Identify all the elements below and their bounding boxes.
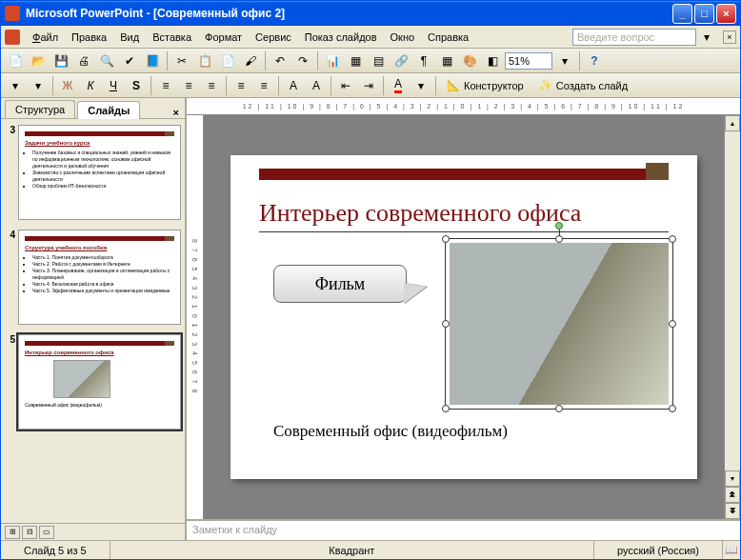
font-dropdown[interactable]: ▾ — [5, 75, 26, 96]
numbering-button[interactable]: ≡ — [230, 75, 251, 96]
increase-indent-button[interactable]: ⇥ — [358, 75, 379, 96]
panel-close-button[interactable]: × — [173, 107, 179, 118]
resize-handle-tc[interactable] — [555, 235, 563, 243]
scroll-track[interactable] — [725, 131, 740, 470]
help-button[interactable]: ? — [584, 50, 605, 71]
vertical-ruler[interactable]: 8 7 6 5 4 3 2 1 0 1 2 3 4 5 6 7 8 — [187, 115, 204, 519]
menu-format[interactable]: Формат — [198, 30, 249, 45]
decrease-font-button[interactable]: A — [306, 75, 327, 96]
resize-handle-mr[interactable] — [669, 320, 676, 328]
paste-button[interactable]: 📄 — [217, 50, 238, 71]
show-grid-button[interactable]: ▦ — [436, 50, 457, 71]
minimize-button[interactable]: _ — [672, 4, 692, 24]
maximize-button[interactable]: □ — [694, 4, 714, 24]
status-spellcheck-icon[interactable]: 📖 — [723, 541, 740, 559]
powerpoint-icon[interactable] — [5, 30, 20, 45]
color-button[interactable]: 🎨 — [459, 50, 480, 71]
slide-title[interactable]: Интерьер современного офиса — [259, 199, 669, 228]
menu-edit[interactable]: Правка — [65, 30, 113, 45]
menu-slideshow[interactable]: Показ слайдов — [298, 30, 384, 45]
thumb-number: 5 — [5, 334, 18, 430]
bullets-button[interactable]: ≡ — [253, 75, 274, 96]
align-center-button[interactable]: ≡ — [178, 75, 199, 96]
hyperlink-button[interactable]: 🔗 — [391, 50, 411, 71]
menu-insert[interactable]: Вставка — [146, 30, 198, 45]
menu-window[interactable]: Окно — [384, 30, 422, 45]
font-color-dropdown[interactable]: ▾ — [411, 75, 431, 96]
increase-font-button[interactable]: A — [283, 75, 304, 96]
research-button[interactable]: 📘 — [142, 50, 163, 71]
zoom-input[interactable]: 51% — [505, 52, 552, 70]
resize-handle-bl[interactable] — [442, 405, 450, 412]
thumb-video-preview — [53, 360, 110, 398]
redo-button[interactable]: ↷ — [292, 50, 313, 71]
undo-button[interactable]: ↶ — [270, 50, 290, 71]
status-template: Квадрант — [110, 541, 594, 559]
rotate-handle[interactable] — [555, 222, 563, 230]
slide-canvas[interactable]: Интерьер современного офиса Фильм — [204, 115, 724, 519]
open-button[interactable]: 📂 — [28, 50, 49, 71]
statusbar: Слайд 5 из 5 Квадрант русский (Россия) 📖 — [1, 540, 740, 559]
callout-shape[interactable]: Фильм — [273, 265, 407, 303]
resize-handle-tl[interactable] — [442, 235, 450, 243]
menu-help[interactable]: Справка — [421, 30, 475, 45]
spelling-button[interactable]: ✔ — [119, 50, 140, 71]
menu-tools[interactable]: Сервис — [249, 30, 298, 45]
expand-all-button[interactable]: ¶ — [413, 50, 434, 71]
bold-button[interactable]: Ж — [57, 75, 78, 96]
grayscale-button[interactable]: ◧ — [482, 50, 503, 71]
size-dropdown[interactable]: ▾ — [28, 75, 49, 96]
new-button[interactable]: 📄 — [5, 50, 26, 71]
scroll-down-button[interactable]: ▾ — [725, 470, 740, 487]
document-close-button[interactable]: × — [723, 30, 736, 44]
save-button[interactable]: 💾 — [50, 50, 71, 71]
scroll-up-button[interactable]: ▴ — [725, 115, 740, 131]
next-slide-button[interactable]: ⯯ — [725, 503, 740, 519]
titlebar: Microsoft PowerPoint - [Современный офис… — [1, 1, 740, 26]
print-preview-button[interactable]: 🔍 — [96, 50, 117, 71]
question-dropdown[interactable]: ▾ — [696, 27, 717, 48]
resize-handle-tr[interactable] — [669, 235, 676, 243]
resize-handle-br[interactable] — [669, 405, 676, 412]
table-button[interactable]: ▦ — [345, 50, 366, 71]
status-language[interactable]: русский (Россия) — [594, 541, 723, 559]
sorter-view-button[interactable]: ⊟ — [22, 526, 37, 539]
selection-frame[interactable] — [445, 238, 673, 410]
thumbnail-item[interactable]: 4 Структура учебного пособия Часть 1. По… — [5, 230, 181, 325]
horizontal-ruler[interactable]: 12 | 11 | 10 | 9 | 8 | 7 | 6 | 5 | 4 | 3… — [187, 98, 740, 115]
font-color-button[interactable]: A — [388, 75, 409, 96]
thumbnail-item[interactable]: 5 Интерьер современного офиса Современны… — [5, 334, 181, 430]
menu-file[interactable]: ФФайлайл — [26, 30, 65, 45]
cut-button[interactable]: ✂ — [171, 50, 192, 71]
align-left-button[interactable]: ≡ — [155, 75, 176, 96]
help-question-input[interactable]: Введите вопрос — [572, 29, 696, 46]
normal-view-button[interactable]: ⊞ — [5, 526, 20, 539]
new-slide-button[interactable]: ✨ Создать слайд — [532, 75, 634, 96]
italic-button[interactable]: К — [80, 75, 101, 96]
decrease-indent-button[interactable]: ⇤ — [335, 75, 356, 96]
slide-caption[interactable]: Современный офис (видеофильм) — [273, 422, 508, 441]
thumbnail-item[interactable]: 3 Задачи учебного курса Получение базовы… — [5, 125, 181, 220]
menu-view[interactable]: Вид — [113, 30, 146, 45]
tab-structure[interactable]: Структура — [5, 100, 75, 118]
view-buttons: ⊞ ⊟ ▭ — [1, 523, 185, 540]
underline-button[interactable]: Ч — [103, 75, 124, 96]
align-right-button[interactable]: ≡ — [201, 75, 222, 96]
tab-slides[interactable]: Слайды — [77, 101, 140, 119]
resize-handle-ml[interactable] — [442, 320, 450, 328]
prev-slide-button[interactable]: ⯭ — [725, 487, 740, 503]
notes-pane[interactable]: Заметки к слайду — [187, 519, 740, 540]
vertical-scrollbar[interactable]: ▴ ▾ ⯭ ⯯ — [724, 115, 740, 519]
resize-handle-bc[interactable] — [555, 405, 563, 412]
tables-borders-button[interactable]: ▤ — [368, 50, 389, 71]
slideshow-view-button[interactable]: ▭ — [39, 526, 54, 539]
designer-button[interactable]: 📐 Конструктор — [440, 75, 531, 96]
chart-button[interactable]: 📊 — [322, 50, 343, 71]
format-painter-button[interactable]: 🖌 — [240, 50, 261, 71]
zoom-dropdown[interactable]: ▾ — [554, 50, 575, 71]
slide[interactable]: Интерьер современного офиса Фильм — [230, 155, 697, 479]
shadow-button[interactable]: S — [126, 75, 147, 96]
copy-button[interactable]: 📋 — [194, 50, 215, 71]
print-button[interactable]: 🖨 — [73, 50, 94, 71]
close-button[interactable]: × — [716, 4, 736, 24]
